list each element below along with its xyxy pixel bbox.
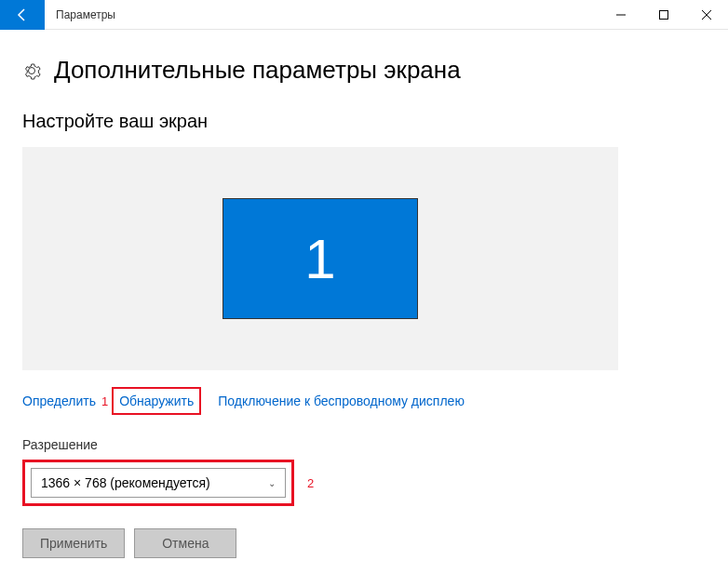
- arrow-left-icon: [15, 7, 30, 22]
- gear-icon: [22, 61, 41, 80]
- display-links-row: Определить 1 Обнаружить Подключение к бе…: [22, 387, 706, 415]
- annotation-1: 1: [101, 394, 108, 408]
- page-header: Дополнительные параметры экрана: [22, 56, 706, 85]
- cancel-button[interactable]: Отмена: [134, 528, 236, 558]
- resolution-value: 1366 × 768 (рекомендуется): [41, 475, 210, 490]
- titlebar: Параметры: [0, 0, 728, 30]
- annotation-2: 2: [307, 476, 314, 490]
- monitor-preview-area: 1: [22, 147, 618, 370]
- detect-link[interactable]: Обнаружить: [119, 394, 194, 408]
- section-title: Настройте ваш экран: [22, 111, 706, 132]
- resolution-dropdown[interactable]: 1366 × 768 (рекомендуется) ⌄: [31, 468, 286, 498]
- wireless-display-link[interactable]: Подключение к беспроводному дисплею: [218, 394, 465, 408]
- svg-rect-1: [660, 10, 668, 19]
- chevron-down-icon: ⌄: [268, 478, 276, 488]
- content-area: Дополнительные параметры экрана Настройт…: [0, 30, 728, 573]
- window-controls: [600, 0, 728, 30]
- back-button[interactable]: [0, 0, 45, 30]
- minimize-icon: [616, 10, 626, 20]
- apply-button[interactable]: Применить: [22, 528, 125, 558]
- identify-link[interactable]: Определить: [22, 394, 96, 408]
- maximize-button[interactable]: [642, 0, 685, 30]
- monitor-1[interactable]: 1: [222, 198, 418, 319]
- close-icon: [702, 10, 711, 20]
- resolution-label: Разрешение: [22, 437, 706, 452]
- monitor-number: 1: [304, 227, 335, 291]
- resolution-dropdown-row: 1366 × 768 (рекомендуется) ⌄ 2: [22, 460, 706, 506]
- close-button[interactable]: [685, 0, 728, 30]
- highlight-box-detect: Обнаружить: [112, 387, 201, 415]
- window-title: Параметры: [45, 8, 600, 21]
- maximize-icon: [659, 10, 668, 20]
- minimize-button[interactable]: [600, 0, 642, 30]
- action-buttons: Применить Отмена: [22, 528, 706, 558]
- page-title: Дополнительные параметры экрана: [54, 56, 461, 85]
- highlight-box-resolution: 1366 × 768 (рекомендуется) ⌄: [22, 460, 294, 506]
